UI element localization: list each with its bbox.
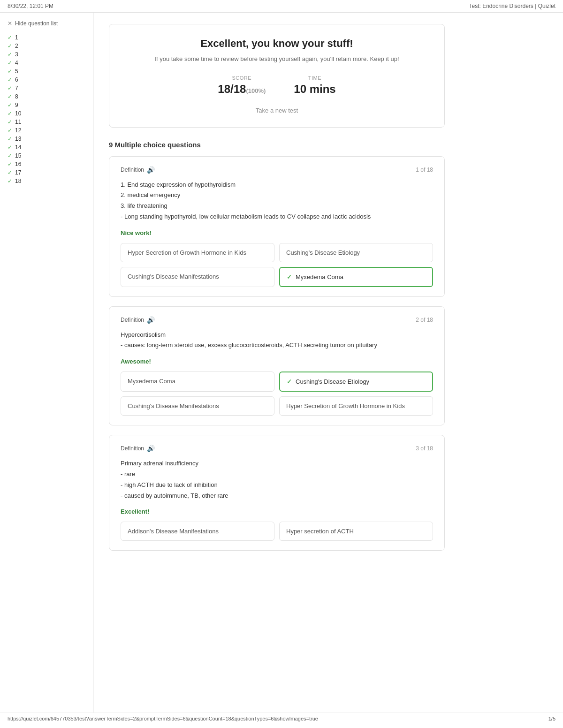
feedback-label: Excellent! <box>121 508 433 515</box>
sidebar-item-18[interactable]: ✓18 <box>8 177 86 185</box>
option-btn-4[interactable]: Hyper Secretion of Growth Hormone in Kid… <box>279 396 433 416</box>
options-grid: Hyper Secretion of Growth Hormone in Kid… <box>121 243 433 287</box>
check-icon: ✓ <box>8 34 12 41</box>
check-icon: ✓ <box>8 68 12 75</box>
sidebar-item-6[interactable]: ✓6 <box>8 76 86 84</box>
check-icon: ✓ <box>8 152 12 159</box>
option-btn-2[interactable]: Hyper secretion of ACTH <box>279 522 433 541</box>
option-btn-4[interactable]: ✓Myxedema Coma <box>279 267 433 287</box>
correct-check-icon: ✓ <box>287 273 292 281</box>
page-indicator: 1/5 <box>548 716 555 721</box>
question-number: 7 <box>15 85 18 91</box>
option-label: Myxedema Coma <box>296 273 343 281</box>
time-value: 10 mins <box>294 83 335 96</box>
question-number: 4 <box>15 60 18 66</box>
speaker-icon[interactable]: 🔊 <box>147 316 155 324</box>
option-btn-3[interactable]: Cushing's Disease Manifestations <box>121 267 274 287</box>
sidebar-item-11[interactable]: ✓11 <box>8 118 86 126</box>
question-number: 10 <box>15 110 21 117</box>
check-icon: ✓ <box>8 51 12 58</box>
hide-question-list-label: Hide question list <box>15 20 58 27</box>
check-icon: ✓ <box>8 144 12 151</box>
check-icon: ✓ <box>8 93 12 100</box>
sidebar-item-10[interactable]: ✓10 <box>8 109 86 118</box>
question-list: ✓1✓2✓3✓4✓5✓6✓7✓8✓9✓10✓11✓12✓13✓14✓15✓16✓… <box>8 33 86 185</box>
speaker-icon[interactable]: 🔊 <box>147 166 155 174</box>
sidebar-item-15[interactable]: ✓15 <box>8 152 86 160</box>
sidebar-item-1[interactable]: ✓1 <box>8 33 86 42</box>
time-label: TIME <box>294 75 335 81</box>
browser-bar: 8/30/22, 12:01 PM Test: Endocrine Disord… <box>0 0 563 13</box>
type-label: Definition <box>121 317 144 323</box>
sidebar-item-5[interactable]: ✓5 <box>8 67 86 76</box>
check-icon: ✓ <box>8 178 12 184</box>
sidebar-item-16[interactable]: ✓16 <box>8 160 86 168</box>
question-number: 5 <box>15 68 18 75</box>
browser-page-title: Test: Endocrine Disorders | Quizlet <box>469 3 555 9</box>
score-card: Excellent, you know your stuff! If you t… <box>109 24 445 128</box>
sidebar-item-2[interactable]: ✓2 <box>8 42 86 50</box>
check-icon: ✓ <box>8 161 12 167</box>
score-value: 18/18(100%) <box>218 83 266 96</box>
url-bar: https://quizlet.com/645770353/test?answe… <box>0 713 563 724</box>
sidebar-item-13[interactable]: ✓13 <box>8 135 86 143</box>
options-grid: Myxedema Coma✓Cushing's Disease Etiology… <box>121 372 433 416</box>
check-icon: ✓ <box>8 110 12 117</box>
option-btn-3[interactable]: Cushing's Disease Manifestations <box>121 396 274 416</box>
question-text: Hypercortisolism- causes: long-term ster… <box>121 330 433 351</box>
section-title: 9 Multiple choice questions <box>109 141 445 149</box>
option-btn-1[interactable]: Hyper Secretion of Growth Hormone in Kid… <box>121 243 274 262</box>
sidebar-item-8[interactable]: ✓8 <box>8 92 86 101</box>
question-number: 1 <box>15 34 18 41</box>
option-btn-1[interactable]: Myxedema Coma <box>121 372 274 392</box>
feedback-label: Awesome! <box>121 358 433 365</box>
sidebar-item-3[interactable]: ✓3 <box>8 50 86 59</box>
option-btn-2[interactable]: ✓Cushing's Disease Etiology <box>279 372 433 392</box>
sidebar-item-4[interactable]: ✓4 <box>8 59 86 67</box>
sidebar-item-17[interactable]: ✓17 <box>8 168 86 177</box>
check-icon: ✓ <box>8 119 12 125</box>
option-btn-1[interactable]: Addison's Disease Manifestations <box>121 522 274 541</box>
sidebar: ✕ Hide question list ✓1✓2✓3✓4✓5✓6✓7✓8✓9✓… <box>0 13 94 713</box>
question-type: Definition🔊 <box>121 316 155 324</box>
question-num: 3 of 18 <box>416 445 433 452</box>
type-label: Definition <box>121 445 144 452</box>
check-icon: ✓ <box>8 85 12 91</box>
sidebar-item-14[interactable]: ✓14 <box>8 143 86 152</box>
check-icon: ✓ <box>8 169 12 176</box>
question-card-1: Definition🔊1 of 181. End stage expressio… <box>109 156 445 297</box>
question-number: 6 <box>15 76 18 83</box>
check-icon: ✓ <box>8 102 12 108</box>
question-type: Definition🔊 <box>121 166 155 174</box>
question-type: Definition🔊 <box>121 445 155 452</box>
sidebar-item-7[interactable]: ✓7 <box>8 84 86 92</box>
sidebar-item-9[interactable]: ✓9 <box>8 101 86 109</box>
content-area: Excellent, you know your stuff! If you t… <box>94 13 460 713</box>
time-metric: TIME 10 mins <box>294 75 335 96</box>
score-subtitle: If you take some time to review before t… <box>124 54 429 64</box>
take-new-test-btn[interactable]: Take a new test <box>124 107 429 114</box>
main-layout: ✕ Hide question list ✓1✓2✓3✓4✓5✓6✓7✓8✓9✓… <box>0 13 563 713</box>
question-number: 11 <box>15 119 21 125</box>
hide-question-list-btn[interactable]: ✕ Hide question list <box>8 20 86 27</box>
speaker-icon[interactable]: 🔊 <box>147 445 155 452</box>
option-btn-2[interactable]: Cushing's Disease Etiology <box>279 243 433 262</box>
sidebar-item-12[interactable]: ✓12 <box>8 126 86 135</box>
check-icon: ✓ <box>8 60 12 66</box>
score-metrics: SCORE 18/18(100%) TIME 10 mins <box>124 75 429 96</box>
check-icon: ✓ <box>8 43 12 49</box>
question-card-2: Definition🔊2 of 18Hypercortisolism- caus… <box>109 306 445 426</box>
question-card-3: Definition🔊3 of 18Primary adrenal insuff… <box>109 435 445 551</box>
questions-container: Definition🔊1 of 181. End stage expressio… <box>109 156 445 551</box>
option-label: Cushing's Disease Etiology <box>296 378 369 385</box>
question-number: 12 <box>15 127 21 134</box>
question-number: 17 <box>15 169 21 176</box>
question-number: 15 <box>15 152 21 159</box>
close-icon: ✕ <box>8 20 12 27</box>
browser-datetime: 8/30/22, 12:01 PM <box>8 3 53 9</box>
question-num: 2 of 18 <box>416 317 433 323</box>
url-text: https://quizlet.com/645770353/test?answe… <box>8 716 318 721</box>
check-icon: ✓ <box>8 136 12 142</box>
question-header: Definition🔊3 of 18 <box>121 445 433 452</box>
question-number: 14 <box>15 144 21 151</box>
